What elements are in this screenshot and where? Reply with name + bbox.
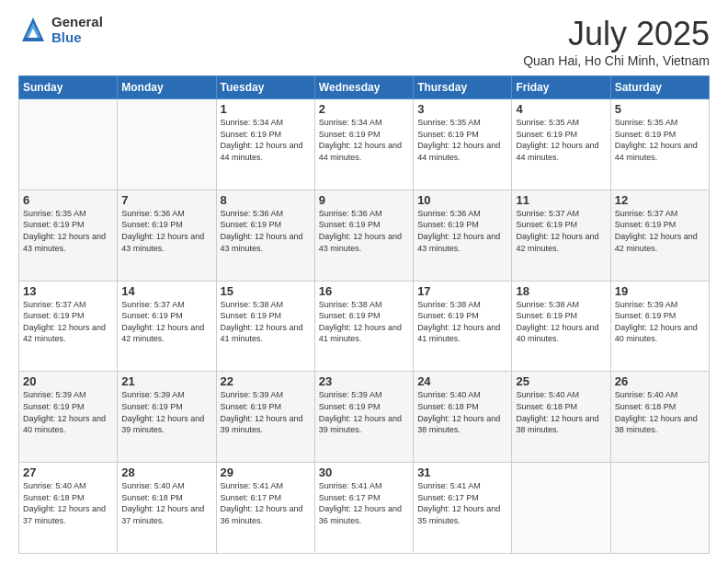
calendar-cell: 21Sunrise: 5:39 AMSunset: 6:19 PMDayligh… (118, 372, 216, 463)
calendar-cell: 6Sunrise: 5:35 AMSunset: 6:19 PMDaylight… (19, 190, 118, 281)
calendar-cell: 19Sunrise: 5:39 AMSunset: 6:19 PMDayligh… (610, 281, 709, 372)
day-number: 24 (417, 374, 507, 388)
day-info: Sunrise: 5:40 AMSunset: 6:18 PMDaylight:… (615, 389, 705, 435)
calendar-cell (118, 99, 216, 190)
day-info: Sunrise: 5:39 AMSunset: 6:19 PMDaylight:… (121, 389, 211, 435)
day-of-week-header: Wednesday (314, 76, 413, 99)
calendar-cell: 23Sunrise: 5:39 AMSunset: 6:19 PMDayligh… (314, 372, 413, 463)
day-info: Sunrise: 5:36 AMSunset: 6:19 PMDaylight:… (221, 208, 311, 254)
day-info: Sunrise: 5:38 AMSunset: 6:19 PMDaylight:… (516, 299, 606, 345)
day-number: 26 (615, 374, 705, 388)
day-number: 4 (516, 102, 606, 116)
month-title: July 2025 (523, 15, 710, 53)
day-info: Sunrise: 5:39 AMSunset: 6:19 PMDaylight:… (221, 389, 311, 435)
day-of-week-header: Monday (118, 76, 216, 99)
logo-blue: Blue (51, 30, 103, 46)
day-info: Sunrise: 5:36 AMSunset: 6:19 PMDaylight:… (417, 208, 507, 254)
calendar-cell: 9Sunrise: 5:36 AMSunset: 6:19 PMDaylight… (314, 190, 413, 281)
day-number: 18 (516, 284, 606, 298)
day-info: Sunrise: 5:38 AMSunset: 6:19 PMDaylight:… (221, 299, 311, 345)
calendar-cell: 8Sunrise: 5:36 AMSunset: 6:19 PMDaylight… (216, 190, 314, 281)
calendar-week-row: 20Sunrise: 5:39 AMSunset: 6:19 PMDayligh… (19, 372, 710, 463)
calendar-week-row: 1Sunrise: 5:34 AMSunset: 6:19 PMDaylight… (19, 99, 710, 190)
calendar-cell: 20Sunrise: 5:39 AMSunset: 6:19 PMDayligh… (19, 372, 118, 463)
calendar-week-row: 6Sunrise: 5:35 AMSunset: 6:19 PMDaylight… (19, 190, 710, 281)
day-number: 6 (23, 193, 113, 207)
day-number: 2 (319, 102, 409, 116)
day-number: 13 (23, 284, 113, 298)
day-info: Sunrise: 5:35 AMSunset: 6:19 PMDaylight:… (417, 117, 507, 163)
calendar-cell: 16Sunrise: 5:38 AMSunset: 6:19 PMDayligh… (314, 281, 413, 372)
day-info: Sunrise: 5:41 AMSunset: 6:17 PMDaylight:… (319, 480, 409, 526)
day-number: 31 (417, 465, 507, 479)
calendar-cell (512, 463, 610, 554)
day-number: 5 (615, 102, 705, 116)
calendar-cell (610, 463, 709, 554)
calendar-cell: 31Sunrise: 5:41 AMSunset: 6:17 PMDayligh… (414, 463, 512, 554)
day-number: 27 (23, 465, 113, 479)
day-info: Sunrise: 5:35 AMSunset: 6:19 PMDaylight:… (23, 208, 113, 254)
day-number: 23 (319, 374, 409, 388)
day-of-week-header: Thursday (414, 76, 512, 99)
day-info: Sunrise: 5:39 AMSunset: 6:19 PMDaylight:… (615, 299, 705, 345)
day-info: Sunrise: 5:34 AMSunset: 6:19 PMDaylight:… (319, 117, 409, 163)
logo: General Blue (18, 15, 103, 45)
day-info: Sunrise: 5:37 AMSunset: 6:19 PMDaylight:… (23, 299, 113, 345)
calendar-cell: 27Sunrise: 5:40 AMSunset: 6:18 PMDayligh… (19, 463, 118, 554)
logo-general: General (51, 15, 103, 30)
day-info: Sunrise: 5:38 AMSunset: 6:19 PMDaylight:… (417, 299, 507, 345)
calendar-cell: 1Sunrise: 5:34 AMSunset: 6:19 PMDaylight… (216, 99, 314, 190)
calendar-cell (19, 99, 118, 190)
day-of-week-header: Tuesday (216, 76, 314, 99)
title-area: July 2025 Quan Hai, Ho Chi Minh, Vietnam (523, 15, 710, 68)
calendar-cell: 29Sunrise: 5:41 AMSunset: 6:17 PMDayligh… (216, 463, 314, 554)
logo-icon (18, 16, 48, 45)
day-number: 16 (319, 284, 409, 298)
calendar-week-row: 13Sunrise: 5:37 AMSunset: 6:19 PMDayligh… (19, 281, 710, 372)
day-number: 19 (615, 284, 705, 298)
calendar-cell: 30Sunrise: 5:41 AMSunset: 6:17 PMDayligh… (314, 463, 413, 554)
day-info: Sunrise: 5:38 AMSunset: 6:19 PMDaylight:… (319, 299, 409, 345)
page: General Blue July 2025 Quan Hai, Ho Chi … (0, 0, 728, 563)
calendar-table: SundayMondayTuesdayWednesdayThursdayFrid… (18, 75, 710, 554)
calendar-cell: 17Sunrise: 5:38 AMSunset: 6:19 PMDayligh… (414, 281, 512, 372)
day-info: Sunrise: 5:36 AMSunset: 6:19 PMDaylight:… (319, 208, 409, 254)
day-info: Sunrise: 5:40 AMSunset: 6:18 PMDaylight:… (417, 389, 507, 435)
header: General Blue July 2025 Quan Hai, Ho Chi … (18, 15, 710, 68)
day-info: Sunrise: 5:39 AMSunset: 6:19 PMDaylight:… (23, 389, 113, 435)
day-number: 7 (121, 193, 211, 207)
day-of-week-header: Saturday (610, 76, 709, 99)
day-info: Sunrise: 5:40 AMSunset: 6:18 PMDaylight:… (121, 480, 211, 526)
day-info: Sunrise: 5:40 AMSunset: 6:18 PMDaylight:… (23, 480, 113, 526)
day-number: 10 (417, 193, 507, 207)
calendar-cell: 4Sunrise: 5:35 AMSunset: 6:19 PMDaylight… (512, 99, 610, 190)
day-of-week-header: Friday (512, 76, 610, 99)
calendar-cell: 22Sunrise: 5:39 AMSunset: 6:19 PMDayligh… (216, 372, 314, 463)
calendar-week-row: 27Sunrise: 5:40 AMSunset: 6:18 PMDayligh… (19, 463, 710, 554)
day-number: 25 (516, 374, 606, 388)
day-number: 14 (121, 284, 211, 298)
calendar-cell: 15Sunrise: 5:38 AMSunset: 6:19 PMDayligh… (216, 281, 314, 372)
day-number: 12 (615, 193, 705, 207)
calendar-cell: 13Sunrise: 5:37 AMSunset: 6:19 PMDayligh… (19, 281, 118, 372)
day-number: 8 (221, 193, 311, 207)
day-info: Sunrise: 5:36 AMSunset: 6:19 PMDaylight:… (121, 208, 211, 254)
calendar-cell: 28Sunrise: 5:40 AMSunset: 6:18 PMDayligh… (118, 463, 216, 554)
day-number: 17 (417, 284, 507, 298)
day-info: Sunrise: 5:37 AMSunset: 6:19 PMDaylight:… (516, 208, 606, 254)
day-info: Sunrise: 5:35 AMSunset: 6:19 PMDaylight:… (516, 117, 606, 163)
calendar-cell: 7Sunrise: 5:36 AMSunset: 6:19 PMDaylight… (118, 190, 216, 281)
day-info: Sunrise: 5:39 AMSunset: 6:19 PMDaylight:… (319, 389, 409, 435)
day-number: 11 (516, 193, 606, 207)
day-number: 30 (319, 465, 409, 479)
day-number: 21 (121, 374, 211, 388)
day-number: 1 (221, 102, 311, 116)
logo-text: General Blue (51, 15, 103, 45)
calendar-cell: 24Sunrise: 5:40 AMSunset: 6:18 PMDayligh… (414, 372, 512, 463)
calendar-cell: 5Sunrise: 5:35 AMSunset: 6:19 PMDaylight… (610, 99, 709, 190)
calendar-header-row: SundayMondayTuesdayWednesdayThursdayFrid… (19, 76, 710, 99)
day-info: Sunrise: 5:34 AMSunset: 6:19 PMDaylight:… (221, 117, 311, 163)
calendar-cell: 10Sunrise: 5:36 AMSunset: 6:19 PMDayligh… (414, 190, 512, 281)
day-number: 29 (221, 465, 311, 479)
calendar-cell: 3Sunrise: 5:35 AMSunset: 6:19 PMDaylight… (414, 99, 512, 190)
